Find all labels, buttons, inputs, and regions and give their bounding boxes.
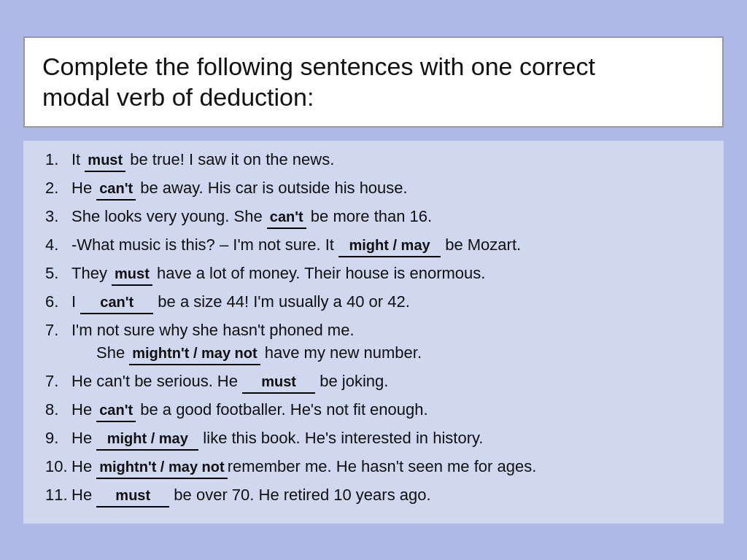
answer-8: must [242,371,315,394]
answer-10: might / may [96,428,198,451]
list-item-11: He mightn't / may notremember me. He has… [45,455,702,479]
answer-7: mightn't / may not [129,343,260,365]
list-item-9: He can't be a good footballer. He's not … [45,398,702,422]
list-item-1: It must be true! I saw it on the news. [45,148,702,172]
list-item-5: They must have a lot of money. Their hou… [45,262,702,286]
answer-5: must [112,263,152,286]
list-item-2: He can't be away. His car is outside his… [45,176,702,201]
content-area: It must be true! I saw it on the news.He… [23,141,724,524]
answer-6: can't [80,292,153,314]
answer-2: can't [96,178,136,201]
title-box: Complete the following sentences with on… [23,36,724,128]
answer-12: must [96,485,169,508]
list-item-8: He can't be serious. He must be joking. [45,370,702,394]
list-item-7: I'm not sure why she hasn't phoned me.Sh… [45,319,702,366]
list-item-6: I can't be a size 44! I'm usually a 40 o… [45,290,702,314]
answer-11: mightn't / may not [96,456,227,479]
answer-1: must [85,149,125,172]
answer-4: might / may [338,235,441,257]
answer-9: can't [96,400,136,422]
list-item-12: He must be over 70. He retired 10 years … [45,483,702,508]
title-text: Complete the following sentences with on… [42,51,705,113]
list-item-4: -What music is this? – I'm not sure. It … [45,233,702,257]
answer-3: can't [267,206,306,229]
list-item-3: She looks very young. She can't be more … [45,205,702,229]
sentences-list: It must be true! I saw it on the news.He… [45,148,702,508]
list-item-10: He might / may like this book. He's inte… [45,427,702,451]
